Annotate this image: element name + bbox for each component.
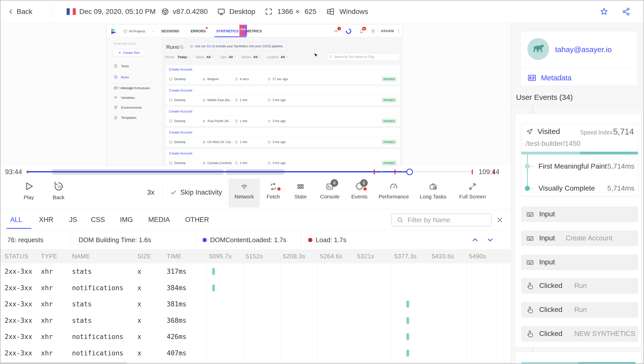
cell-time: 384ms [167, 284, 186, 292]
network-tab-all[interactable]: ALL [10, 216, 22, 224]
back-10-button[interactable]: 10 Back [49, 181, 68, 200]
playback-speed-button[interactable]: 3x [142, 178, 160, 207]
sidebar-section-configure: CONFIGURE [114, 86, 135, 89]
network-tab-js[interactable]: JS [69, 216, 77, 224]
metadata-button[interactable]: Metadata [527, 72, 572, 83]
player-controls-section: 93:44 109:44 Play 10 Back 3x Skip Inacti… [1, 166, 511, 210]
jump-up-icon[interactable] [471, 236, 479, 244]
network-tab-img[interactable]: IMG [120, 216, 133, 224]
request-timing-bar [212, 284, 215, 291]
filter-label-device: Device [241, 55, 251, 59]
cell-name: notifications [72, 284, 123, 292]
filter-by-name-input[interactable] [407, 216, 480, 224]
event-value: Create Account [566, 234, 612, 242]
back-chevron-icon[interactable] [8, 8, 14, 15]
status-badge: PASSED [382, 119, 397, 124]
back-button[interactable]: Back [17, 8, 32, 16]
panel-toggle-network[interactable]: Network [229, 179, 260, 208]
share-icon[interactable] [622, 7, 631, 16]
event-value: Run [574, 306, 587, 314]
favorite-star-icon[interactable] [600, 7, 609, 16]
network-request-row[interactable]: 2xx-3xxxhrstatsx317ms [1, 263, 511, 280]
skip-inactivity-toggle[interactable]: Skip Inactivity [170, 178, 222, 207]
input-event-item[interactable]: Input [521, 255, 638, 270]
back-10-label: Back [49, 194, 68, 200]
app-tab-synthetics: SYNTHETICSNEW [216, 25, 247, 37]
cell-type: xhr [41, 317, 53, 324]
cell-size: x [137, 317, 141, 324]
map-pin-icon [202, 119, 206, 123]
network-request-row[interactable]: 2xx-3xxxhrnotificationsx384ms [1, 280, 511, 296]
run-location: Canada (Central) [202, 161, 232, 165]
jump-down-icon[interactable] [486, 236, 494, 244]
panel-toggle-console[interactable]: 4Console [314, 179, 345, 208]
network-request-row[interactable]: 2xx-3xxxhrnotificationsx407ms [1, 345, 511, 361]
map-pin-icon [202, 140, 206, 144]
gear-icon [370, 29, 376, 34]
resolution-separator: × [295, 8, 300, 16]
replayed-app-screen: All Projects SESSIONSERRORSSYNTHETICSNEW… [107, 25, 402, 166]
panel-toggle-full-screen[interactable]: Full Screen [452, 179, 493, 208]
session-date: Dec 09, 2020, 05:10 PM [79, 8, 156, 16]
runs-search-placeholder: Search by Test Name or #Tag [334, 55, 374, 59]
console-icon-wrap: 4 [326, 182, 334, 191]
clicked-event-item[interactable]: ClickedRun [521, 278, 638, 294]
network-request-row[interactable]: 2xx-3xxxhrstatsx381ms [1, 296, 511, 312]
fullscreen-icon-wrap [468, 182, 477, 191]
playhead-handle[interactable] [406, 169, 413, 175]
clicked-event-item[interactable]: ClickedRun [521, 302, 638, 318]
network-tab-media[interactable]: MEDIA [148, 216, 170, 224]
timeline-end-time: 109:44 [479, 168, 500, 176]
kebab-menu-icon [396, 29, 401, 33]
alert-dot [277, 187, 281, 191]
status-badge: PASSED [382, 140, 397, 145]
toggle-label: Fetch [267, 194, 280, 200]
panel-toggle-fetch[interactable]: Fetch [260, 179, 287, 208]
network-tab-xhr[interactable]: XHR [39, 216, 53, 224]
monitor-icon [169, 161, 172, 165]
requests-count: 76: requests [7, 236, 43, 244]
visited-metric-row: Visually Complete5,714ms [521, 183, 638, 193]
input-event-item[interactable]: Input [521, 207, 638, 222]
toggle-label: Console [320, 194, 339, 200]
column-header-name: NAME [72, 253, 90, 260]
visited-event-card[interactable]: Visited Speed Index 5,714 /test-builder/… [521, 124, 638, 196]
column-header-time: TIME [167, 253, 182, 260]
play-button[interactable]: Play [19, 181, 38, 200]
network-request-row[interactable]: 2xx-3xxxhrnotificationsx426ms [1, 329, 511, 345]
panel-toggle-long-tasks[interactable]: Long Tasks [414, 179, 452, 208]
event-marker-red [493, 169, 494, 174]
metric-value: 5,714ms [607, 184, 634, 192]
run-details-row: DesktopAsia Pacific (M...1 min3 hrs agoP… [166, 116, 400, 126]
run-name-link: Create Account [169, 65, 192, 74]
runs-search-input: Search by Test Name or #Tag [327, 53, 400, 60]
network-request-row[interactable]: 2xx-3xxxhrstatsx368ms [1, 312, 511, 329]
app-sidebar-item-variables: Variables [114, 96, 135, 100]
scrollbar-thumb[interactable] [1, 362, 127, 364]
time-column-header: 5321s [357, 253, 374, 260]
monitor-icon [169, 119, 172, 123]
clicked-event-item[interactable]: ClickedNEW SYNTHETICS [521, 326, 638, 342]
network-tab-other[interactable]: OTHER [185, 216, 209, 224]
user-email-link[interactable]: tahay@asayer.io [555, 45, 612, 54]
input-event-item[interactable]: InputCreate Account [521, 231, 638, 246]
chevron-down-icon [188, 56, 190, 58]
panel-toggle-performance[interactable]: Performance [374, 179, 414, 208]
fullscreen-icon [468, 182, 477, 191]
horizontal-scrollbar[interactable] [1, 362, 511, 364]
close-panel-icon[interactable] [496, 216, 504, 224]
panel-toggle-events[interactable]: 6Events [345, 179, 374, 208]
network-filter-box[interactable] [391, 213, 491, 226]
run-time-ago: 3 hrs ago [267, 98, 286, 102]
run-card: Create AccountDesktopUS West (N. Cal...1… [166, 128, 400, 147]
event-value: Run [574, 282, 587, 290]
search-icon [329, 55, 332, 58]
timeline[interactable]: 93:44 109:44 [1, 166, 511, 178]
run-duration: 1 min [235, 161, 247, 165]
panel-toggle-state[interactable]: State [287, 179, 314, 208]
notifications-badge: 33 [362, 27, 366, 30]
keyboard-icon [526, 258, 534, 266]
cell-type: xhr [41, 349, 53, 357]
network-tab-css[interactable]: CSS [91, 216, 105, 224]
file-icon [114, 116, 118, 120]
